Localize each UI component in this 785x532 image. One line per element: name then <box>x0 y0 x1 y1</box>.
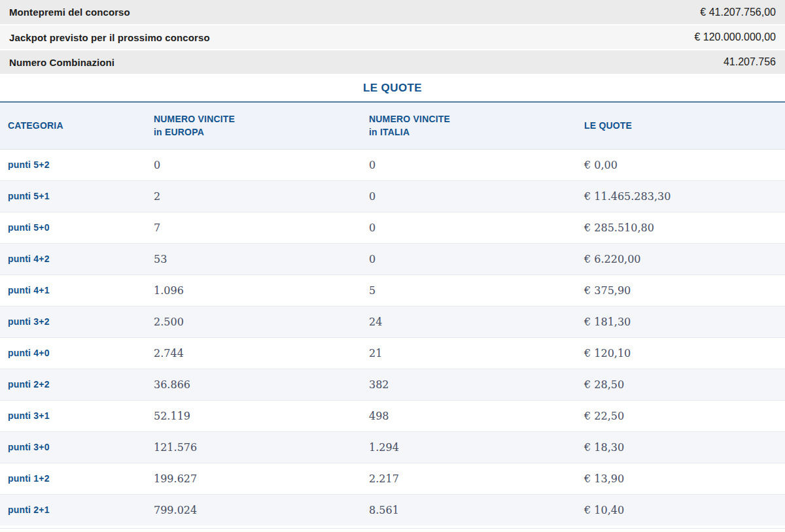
wins-europe-cell: 2.744 <box>154 337 369 369</box>
wins-italy-cell: 498 <box>369 400 584 431</box>
wins-italy-cell: 8.561 <box>369 494 584 525</box>
category-cell: punti 3+1 <box>0 400 154 431</box>
wins-europe-cell: 2.500 <box>154 306 369 337</box>
table-row: punti 4+1 1.096 5 € 375,90 <box>0 274 785 306</box>
wins-italy-cell: 382 <box>369 369 584 400</box>
category-cell: punti 4+0 <box>0 337 154 369</box>
wins-italy-cell: 0 <box>369 180 584 212</box>
category-cell: punti 2+1 <box>0 494 154 525</box>
wins-italy-cell: 0 <box>369 243 584 274</box>
quotes-table: CATEGORIA NUMERO VINCITE in EUROPA NUMER… <box>0 103 785 525</box>
category-cell: punti 5+0 <box>0 212 154 243</box>
wins-europe-cell: 2 <box>154 180 369 212</box>
wins-europe-cell: 7 <box>154 212 369 243</box>
wins-italy-cell: 5 <box>369 274 584 306</box>
header-vincite-italia: NUMERO VINCITE in ITALIA <box>369 103 584 149</box>
header-line: in EUROPA <box>154 125 369 139</box>
table-row: punti 5+2 0 0 € 0,00 <box>0 149 785 180</box>
quotes-table-wrap: CATEGORIA NUMERO VINCITE in EUROPA NUMER… <box>0 101 785 529</box>
summary-value: € 120.000.000,00 <box>694 31 776 43</box>
wins-europe-cell: 121.576 <box>154 431 369 463</box>
wins-europe-cell: 199.627 <box>154 463 369 494</box>
quote-cell: € 6.220,00 <box>584 243 785 274</box>
table-row: punti 3+0 121.576 1.294 € 18,30 <box>0 431 785 463</box>
quote-cell: € 120,10 <box>584 337 785 369</box>
quote-cell: € 10,40 <box>584 494 785 525</box>
category-cell: punti 5+2 <box>0 149 154 180</box>
summary-row-jackpot: Jackpot previsto per il prossimo concors… <box>0 25 785 49</box>
table-row: punti 2+1 799.024 8.561 € 10,40 <box>0 494 785 525</box>
table-footer-divider <box>0 528 785 529</box>
table-row: punti 4+0 2.744 21 € 120,10 <box>0 337 785 369</box>
quote-cell: € 22,50 <box>584 400 785 431</box>
summary-label: Montepremi del concorso <box>9 7 130 18</box>
header-line: NUMERO VINCITE <box>369 112 584 125</box>
summary-value: € 41.207.756,00 <box>700 7 776 18</box>
table-row: punti 1+2 199.627 2.217 € 13,90 <box>0 463 785 494</box>
header-line: in ITALIA <box>369 125 584 139</box>
category-cell: punti 2+2 <box>0 369 154 400</box>
section-title: LE QUOTE <box>0 74 785 101</box>
table-row: punti 3+1 52.119 498 € 22,50 <box>0 400 785 431</box>
table-row: punti 2+2 36.866 382 € 28,50 <box>0 369 785 400</box>
header-vincite-europa: NUMERO VINCITE in EUROPA <box>154 103 369 149</box>
wins-italy-cell: 0 <box>369 212 584 243</box>
header-categoria: CATEGORIA <box>0 103 154 149</box>
wins-italy-cell: 0 <box>369 149 584 180</box>
summary-label: Jackpot previsto per il prossimo concors… <box>9 32 210 43</box>
category-cell: punti 3+0 <box>0 431 154 463</box>
quote-cell: € 0,00 <box>584 149 785 180</box>
header-le-quote: LE QUOTE <box>584 103 785 149</box>
table-header-row: CATEGORIA NUMERO VINCITE in EUROPA NUMER… <box>0 103 785 149</box>
summary-row-combinazioni: Numero Combinazioni 41.207.756 <box>0 50 785 74</box>
quote-cell: € 181,30 <box>584 306 785 337</box>
category-cell: punti 4+2 <box>0 243 154 274</box>
table-row: punti 5+1 2 0 € 11.465.283,30 <box>0 180 785 212</box>
table-row: punti 5+0 7 0 € 285.510,80 <box>0 212 785 243</box>
wins-italy-cell: 21 <box>369 337 584 369</box>
summary-label: Numero Combinazioni <box>9 57 114 68</box>
summary-value: 41.207.756 <box>724 56 776 68</box>
quote-cell: € 28,50 <box>584 369 785 400</box>
category-cell: punti 5+1 <box>0 180 154 212</box>
summary-row-montepremi: Montepremi del concorso € 41.207.756,00 <box>0 0 785 24</box>
wins-italy-cell: 1.294 <box>369 431 584 463</box>
header-line: NUMERO VINCITE <box>154 112 369 125</box>
header-line: LE QUOTE <box>584 119 785 132</box>
quote-cell: € 11.465.283,30 <box>584 180 785 212</box>
wins-europe-cell: 52.119 <box>154 400 369 431</box>
quote-cell: € 285.510,80 <box>584 212 785 243</box>
wins-europe-cell: 1.096 <box>154 274 369 306</box>
wins-italy-cell: 2.217 <box>369 463 584 494</box>
category-cell: punti 3+2 <box>0 306 154 337</box>
table-row: punti 3+2 2.500 24 € 181,30 <box>0 306 785 337</box>
table-row: punti 4+2 53 0 € 6.220,00 <box>0 243 785 274</box>
category-cell: punti 4+1 <box>0 274 154 306</box>
wins-europe-cell: 36.866 <box>154 369 369 400</box>
lottery-results-panel: Montepremi del concorso € 41.207.756,00 … <box>0 0 785 529</box>
quote-cell: € 375,90 <box>584 274 785 306</box>
wins-europe-cell: 0 <box>154 149 369 180</box>
category-cell: punti 1+2 <box>0 463 154 494</box>
wins-italy-cell: 24 <box>369 306 584 337</box>
quote-cell: € 18,30 <box>584 431 785 463</box>
wins-europe-cell: 799.024 <box>154 494 369 525</box>
wins-europe-cell: 53 <box>154 243 369 274</box>
header-line: CATEGORIA <box>8 119 154 132</box>
quote-cell: € 13,90 <box>584 463 785 494</box>
summary-section: Montepremi del concorso € 41.207.756,00 … <box>0 0 785 74</box>
